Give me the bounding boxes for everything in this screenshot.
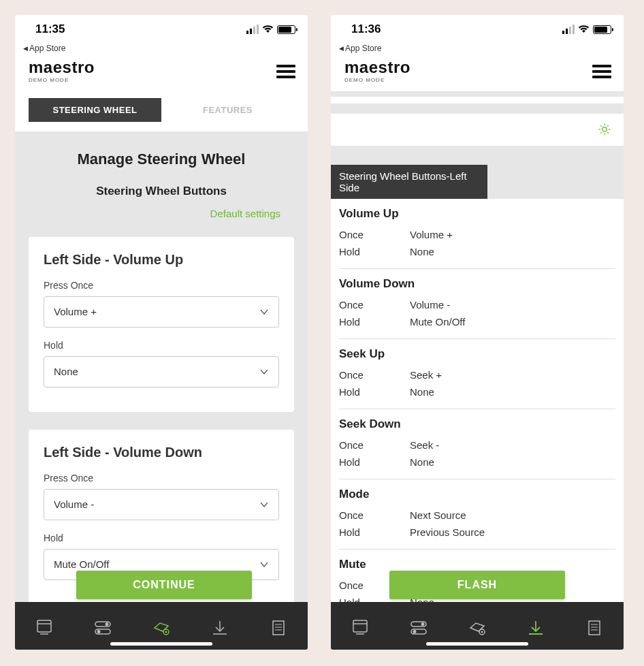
card-title: Left Side - Volume Down	[44, 445, 279, 460]
phone-right: 11:36 ◀App Store maestro DEMO MODE Steer…	[331, 15, 624, 650]
nav-doc-icon[interactable]	[269, 619, 288, 637]
svg-rect-0	[37, 620, 51, 632]
function-row[interactable]: Seek UpOnceSeek +HoldNone	[339, 338, 615, 409]
continue-button[interactable]: CONTINUE	[76, 571, 252, 599]
once-value: Seek -	[410, 439, 439, 451]
page-subtitle: Steering Wheel Buttons	[15, 185, 308, 198]
app-header: maestro DEMO MODE	[331, 57, 624, 91]
status-indicators	[246, 25, 295, 34]
hold-label: Hold	[339, 316, 410, 328]
svg-rect-11	[273, 621, 284, 635]
content-area[interactable]: Manage Steering Wheel Steering Wheel But…	[15, 131, 308, 650]
card-title: Left Side - Volume Up	[44, 252, 279, 268]
nav-doc-icon[interactable]	[585, 619, 604, 637]
function-name: Mute	[339, 558, 615, 571]
home-indicator[interactable]	[110, 642, 212, 646]
hold-value: None	[410, 246, 434, 257]
chevron-down-icon	[259, 500, 269, 509]
svg-point-6	[97, 630, 101, 633]
nav-config-icon[interactable]	[152, 619, 171, 637]
status-bar: 11:36	[331, 15, 624, 44]
svg-point-21	[421, 622, 425, 626]
functions-list: Volume UpOnceVolume +HoldNoneVolume Down…	[331, 199, 624, 619]
signal-icon	[246, 25, 259, 34]
card-volume-up: Left Side - Volume Up Press Once Volume …	[29, 237, 294, 412]
once-label: Once	[339, 509, 410, 521]
content-area[interactable]: Steering Wheel Buttons-Left Side Volume …	[331, 91, 624, 650]
nav-toggles-icon[interactable]	[409, 619, 428, 637]
svg-point-15	[602, 127, 607, 132]
battery-icon	[277, 25, 295, 34]
once-label: Once	[339, 369, 410, 381]
tab-features[interactable]: FEATURES	[161, 98, 294, 122]
chevron-down-icon	[259, 307, 269, 317]
nav-download-icon[interactable]	[210, 619, 229, 637]
menu-icon[interactable]	[276, 62, 295, 81]
hold-select[interactable]: None	[44, 356, 279, 387]
select-value: Volume -	[54, 498, 94, 510]
function-row[interactable]: ModeOnceNext SourceHoldPrevious Source	[339, 479, 615, 549]
status-bar: 11:35	[15, 15, 308, 44]
select-value: None	[54, 366, 78, 377]
settings-row-top	[331, 113, 624, 146]
logo: maestro DEMO MODE	[29, 60, 95, 83]
back-to-appstore[interactable]: ◀App Store	[331, 44, 624, 57]
hold-label: Hold	[339, 386, 410, 398]
hold-label: Hold	[44, 340, 279, 351]
function-name: Mode	[339, 488, 615, 501]
hold-label: Hold	[339, 456, 410, 468]
once-value: Volume +	[410, 229, 453, 240]
once-label: Once	[339, 439, 410, 451]
gear-icon[interactable]	[598, 123, 611, 136]
home-indicator[interactable]	[426, 642, 528, 646]
nav-device-icon[interactable]	[351, 619, 370, 637]
function-name: Seek Down	[339, 417, 615, 431]
press-once-label: Press Once	[44, 280, 279, 291]
function-row[interactable]: Volume UpOnceVolume +HoldNone	[339, 199, 615, 268]
status-time: 11:35	[35, 22, 65, 36]
nav-config-icon[interactable]	[468, 619, 487, 637]
default-settings-link[interactable]: Default settings	[15, 198, 308, 219]
flash-button[interactable]: FLASH	[389, 571, 565, 599]
once-value: Volume -	[410, 299, 450, 311]
chevron-down-icon	[259, 367, 269, 377]
status-indicators	[562, 25, 611, 34]
bottom-nav	[15, 602, 308, 650]
back-to-appstore[interactable]: ◀App Store	[15, 44, 308, 57]
nav-device-icon[interactable]	[35, 619, 54, 637]
logo-sub: DEMO MODE	[29, 77, 95, 83]
svg-rect-28	[589, 621, 600, 635]
hold-value: None	[410, 386, 434, 398]
once-label: Once	[339, 299, 410, 311]
once-value: Seek +	[410, 369, 442, 381]
hold-label: Hold	[339, 526, 410, 538]
svg-point-25	[481, 631, 483, 633]
function-name: Volume Down	[339, 277, 615, 291]
function-name: Volume Up	[339, 207, 615, 221]
hold-value: Previous Source	[410, 526, 485, 538]
once-label: Once	[339, 229, 410, 240]
function-name: Seek Up	[339, 347, 615, 361]
once-value: Next Source	[410, 509, 466, 521]
page-title: Manage Steering Wheel	[15, 150, 308, 168]
svg-rect-17	[353, 620, 367, 632]
nav-toggles-icon[interactable]	[93, 619, 112, 637]
menu-icon[interactable]	[592, 62, 611, 81]
press-once-label: Press Once	[44, 473, 279, 483]
section-header: Steering Wheel Buttons-Left Side	[331, 165, 487, 199]
phone-left: 11:35 ◀App Store maestro DEMO MODE STEER…	[15, 15, 308, 650]
nav-download-icon[interactable]	[526, 619, 545, 637]
hold-label: Hold	[44, 533, 279, 543]
wifi-icon	[578, 25, 590, 33]
function-row[interactable]: Volume DownOnceVolume -HoldMute On/Off	[339, 268, 615, 338]
logo-word: maestro	[29, 60, 95, 75]
press-once-select[interactable]: Volume -	[44, 489, 279, 520]
press-once-select[interactable]: Volume +	[44, 296, 279, 328]
hold-value: Mute On/Off	[410, 316, 465, 328]
select-value: Mute On/Off	[54, 558, 109, 570]
logo-sub: DEMO MODE	[344, 77, 410, 83]
tab-steering-wheel[interactable]: STEERING WHEEL	[29, 98, 161, 122]
function-row[interactable]: Seek DownOnceSeek -HoldNone	[339, 409, 615, 479]
hold-label: Hold	[339, 246, 410, 257]
svg-point-23	[413, 630, 417, 633]
